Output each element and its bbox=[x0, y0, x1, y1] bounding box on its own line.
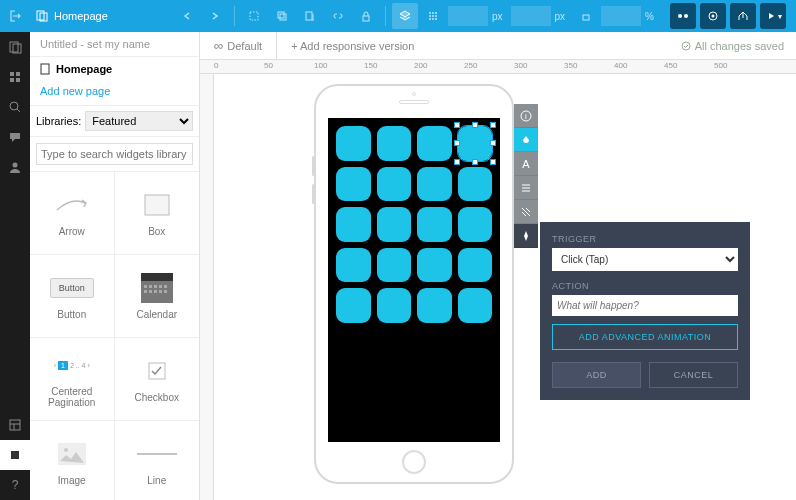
widget-image[interactable]: Image bbox=[30, 421, 115, 500]
left-rail: ? bbox=[0, 32, 30, 500]
copy-button[interactable] bbox=[269, 3, 295, 29]
x-field[interactable] bbox=[448, 6, 488, 26]
app-tile[interactable] bbox=[336, 167, 371, 202]
select-tool[interactable] bbox=[241, 3, 267, 29]
sidebar: Untitled - set my name Homepage Add new … bbox=[30, 32, 200, 500]
app-tile[interactable] bbox=[458, 288, 493, 323]
app-tile[interactable] bbox=[417, 207, 452, 242]
app-tile[interactable] bbox=[336, 248, 371, 283]
widget-arrow[interactable]: Arrow bbox=[30, 172, 115, 254]
libraries-select[interactable]: Featured bbox=[85, 111, 193, 131]
rail-widgets[interactable] bbox=[0, 62, 30, 92]
app-tile[interactable] bbox=[336, 207, 371, 242]
svg-rect-43 bbox=[159, 290, 162, 293]
app-tile[interactable] bbox=[458, 207, 493, 242]
selection-handle[interactable] bbox=[490, 159, 496, 165]
add-advanced-animation-button[interactable]: ADD ADVANCED ANIMATION bbox=[552, 324, 738, 350]
app-tile[interactable] bbox=[377, 288, 412, 323]
selection-handle[interactable] bbox=[490, 140, 496, 146]
app-tile[interactable] bbox=[377, 248, 412, 283]
app-tile[interactable] bbox=[458, 126, 493, 161]
app-tile[interactable] bbox=[377, 126, 412, 161]
widget-search-input[interactable] bbox=[36, 143, 193, 165]
selection-handle[interactable] bbox=[454, 122, 460, 128]
breakpoint-default[interactable]: ∞Default bbox=[200, 32, 277, 59]
rail-search[interactable] bbox=[0, 92, 30, 122]
add-button[interactable]: ADD bbox=[552, 362, 641, 388]
paste-button[interactable] bbox=[297, 3, 323, 29]
pct-field[interactable] bbox=[601, 6, 641, 26]
rail-comments[interactable] bbox=[0, 122, 30, 152]
grid-button[interactable] bbox=[420, 3, 446, 29]
app-tile[interactable] bbox=[417, 126, 452, 161]
selection-handle[interactable] bbox=[454, 140, 460, 146]
exit-icon[interactable] bbox=[10, 10, 22, 22]
selection-handle[interactable] bbox=[454, 159, 460, 165]
selection-handle[interactable] bbox=[472, 159, 478, 165]
widget-checkbox[interactable]: Checkbox bbox=[115, 338, 200, 420]
inspector-tabs: i A bbox=[514, 104, 538, 248]
rail-layers[interactable] bbox=[0, 440, 30, 470]
rail-layout[interactable] bbox=[0, 410, 30, 440]
widget-box[interactable]: Box bbox=[115, 172, 200, 254]
pct-unit: % bbox=[643, 11, 660, 22]
button-icon: Button bbox=[52, 273, 92, 303]
app-tile[interactable] bbox=[377, 167, 412, 202]
widget-button[interactable]: Button Button bbox=[30, 255, 115, 337]
device-screen[interactable] bbox=[328, 118, 500, 442]
pages-icon[interactable] bbox=[36, 10, 48, 22]
add-page-link[interactable]: Add new page bbox=[30, 81, 199, 105]
inspector-pattern[interactable] bbox=[514, 200, 538, 224]
layers-button[interactable] bbox=[392, 3, 418, 29]
inspector-interactions[interactable] bbox=[514, 224, 538, 248]
app-tile[interactable] bbox=[377, 207, 412, 242]
rail-pages[interactable] bbox=[0, 32, 30, 62]
interactions-panel: TRIGGER Click (Tap) ACTION ADD ADVANCED … bbox=[540, 222, 750, 400]
svg-rect-3 bbox=[278, 12, 284, 18]
inspector-fill[interactable] bbox=[514, 128, 538, 152]
project-title[interactable]: Untitled - set my name bbox=[30, 32, 199, 57]
widget-line[interactable]: Line bbox=[115, 421, 200, 500]
canvas-area[interactable]: i A TRIGGER Click (Tap) ACTION ADD ADVAN… bbox=[214, 74, 796, 500]
x-unit: px bbox=[490, 11, 509, 22]
redo-button[interactable] bbox=[202, 3, 228, 29]
cancel-button[interactable]: CANCEL bbox=[649, 362, 738, 388]
settings-button[interactable] bbox=[700, 3, 726, 29]
checkbox-icon bbox=[137, 356, 177, 386]
app-tile[interactable] bbox=[417, 288, 452, 323]
action-select[interactable] bbox=[552, 295, 738, 316]
app-tile[interactable] bbox=[417, 248, 452, 283]
image-icon bbox=[52, 439, 92, 469]
widget-label: Calendar bbox=[136, 309, 177, 320]
selection-handle[interactable] bbox=[490, 122, 496, 128]
widget-pagination[interactable]: ‹ 1 2 .. 4 › Centered Pagination bbox=[30, 338, 115, 420]
rail-user[interactable] bbox=[0, 152, 30, 182]
app-tile[interactable] bbox=[417, 167, 452, 202]
app-tile[interactable] bbox=[336, 126, 371, 161]
add-responsive-button[interactable]: + Add responsive version bbox=[277, 40, 428, 52]
preview-button[interactable]: ▾ bbox=[760, 3, 786, 29]
rail-help[interactable]: ? bbox=[0, 470, 30, 500]
collaborate-button[interactable] bbox=[670, 3, 696, 29]
svg-rect-5 bbox=[306, 12, 312, 20]
canvas: ∞Default + Add responsive version All ch… bbox=[200, 32, 796, 500]
app-tile[interactable] bbox=[336, 288, 371, 323]
inspector-align[interactable] bbox=[514, 176, 538, 200]
inspector-info[interactable]: i bbox=[514, 104, 538, 128]
topbar-page-name[interactable]: Homepage bbox=[54, 10, 108, 22]
inspector-text[interactable]: A bbox=[514, 152, 538, 176]
lock-button[interactable] bbox=[353, 3, 379, 29]
app-tile[interactable] bbox=[458, 248, 493, 283]
widget-calendar[interactable]: Calendar bbox=[115, 255, 200, 337]
current-page[interactable]: Homepage bbox=[30, 57, 199, 81]
lock-ratio-icon[interactable] bbox=[573, 3, 599, 29]
app-tile[interactable] bbox=[458, 167, 493, 202]
undo-button[interactable] bbox=[174, 3, 200, 29]
share-button[interactable] bbox=[730, 3, 756, 29]
link-button[interactable] bbox=[325, 3, 351, 29]
libraries-row: Libraries: Featured bbox=[30, 105, 199, 137]
y-field[interactable] bbox=[511, 6, 551, 26]
trigger-select[interactable]: Click (Tap) bbox=[552, 248, 738, 271]
svg-point-11 bbox=[432, 15, 434, 17]
selection-handle[interactable] bbox=[472, 122, 478, 128]
